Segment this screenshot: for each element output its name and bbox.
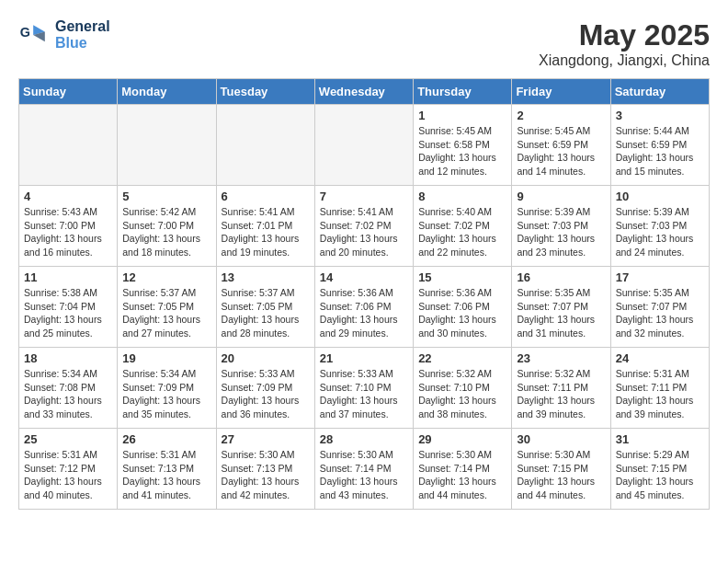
day-number: 18	[24, 351, 112, 365]
week-row-5: 25Sunrise: 5:31 AM Sunset: 7:12 PM Dayli…	[19, 429, 710, 510]
title-block: May 2025 Xiangdong, Jiangxi, China	[539, 18, 710, 69]
day-number: 27	[222, 432, 310, 446]
logo-blue: Blue	[55, 35, 87, 51]
calendar-cell: 15Sunrise: 5:36 AM Sunset: 7:06 PM Dayli…	[414, 267, 512, 348]
day-info: Sunrise: 5:45 AM Sunset: 6:59 PM Dayligh…	[517, 124, 605, 178]
day-number: 8	[418, 190, 506, 203]
calendar-cell: 29Sunrise: 5:30 AM Sunset: 7:14 PM Dayli…	[414, 429, 512, 510]
day-number: 29	[418, 432, 506, 446]
calendar-cell: 31Sunrise: 5:29 AM Sunset: 7:15 PM Dayli…	[610, 429, 709, 510]
calendar-cell: 14Sunrise: 5:36 AM Sunset: 7:06 PM Dayli…	[314, 267, 413, 348]
day-info: Sunrise: 5:36 AM Sunset: 7:06 PM Dayligh…	[320, 286, 408, 340]
day-number: 19	[122, 351, 210, 365]
day-info: Sunrise: 5:32 AM Sunset: 7:10 PM Dayligh…	[418, 367, 506, 421]
day-info: Sunrise: 5:39 AM Sunset: 7:03 PM Dayligh…	[517, 205, 605, 259]
month-year: May 2025	[539, 18, 710, 52]
day-info: Sunrise: 5:42 AM Sunset: 7:00 PM Dayligh…	[122, 205, 210, 259]
day-info: Sunrise: 5:43 AM Sunset: 7:00 PM Dayligh…	[24, 205, 112, 259]
calendar-cell: 16Sunrise: 5:35 AM Sunset: 7:07 PM Dayli…	[512, 267, 610, 348]
week-row-4: 18Sunrise: 5:34 AM Sunset: 7:08 PM Dayli…	[19, 348, 710, 429]
day-number: 11	[24, 270, 112, 284]
day-number: 3	[616, 109, 704, 122]
day-number: 24	[616, 351, 704, 365]
calendar-cell: 30Sunrise: 5:30 AM Sunset: 7:15 PM Dayli…	[512, 429, 610, 510]
day-number: 17	[616, 270, 704, 284]
calendar-cell: 2Sunrise: 5:45 AM Sunset: 6:59 PM Daylig…	[512, 105, 610, 186]
calendar-cell: 19Sunrise: 5:34 AM Sunset: 7:09 PM Dayli…	[118, 348, 216, 429]
day-info: Sunrise: 5:35 AM Sunset: 7:07 PM Dayligh…	[616, 286, 704, 340]
day-number: 5	[122, 190, 210, 203]
day-info: Sunrise: 5:30 AM Sunset: 7:14 PM Dayligh…	[418, 448, 506, 502]
weekday-header-wednesday: Wednesday	[314, 79, 413, 105]
day-number: 20	[222, 351, 310, 365]
day-info: Sunrise: 5:31 AM Sunset: 7:12 PM Dayligh…	[24, 448, 112, 502]
weekday-header-friday: Friday	[512, 79, 610, 105]
weekday-header-monday: Monday	[118, 79, 216, 105]
day-number: 31	[616, 432, 704, 446]
calendar-cell: 9Sunrise: 5:39 AM Sunset: 7:03 PM Daylig…	[512, 186, 610, 267]
calendar-table: SundayMondayTuesdayWednesdayThursdayFrid…	[18, 78, 710, 510]
logo-text-block: General Blue	[55, 18, 110, 51]
day-number: 13	[222, 270, 310, 284]
day-number: 4	[24, 190, 112, 203]
day-number: 30	[517, 432, 605, 446]
day-number: 12	[122, 270, 210, 284]
day-number: 16	[517, 270, 605, 284]
day-info: Sunrise: 5:31 AM Sunset: 7:11 PM Dayligh…	[616, 367, 704, 421]
weekday-header-row: SundayMondayTuesdayWednesdayThursdayFrid…	[19, 79, 710, 105]
logo-icon: G	[18, 18, 51, 52]
day-info: Sunrise: 5:30 AM Sunset: 7:15 PM Dayligh…	[517, 448, 605, 502]
day-info: Sunrise: 5:40 AM Sunset: 7:02 PM Dayligh…	[418, 205, 506, 259]
calendar-cell	[314, 105, 413, 186]
day-info: Sunrise: 5:41 AM Sunset: 7:01 PM Dayligh…	[222, 205, 310, 259]
calendar-cell: 28Sunrise: 5:30 AM Sunset: 7:14 PM Dayli…	[314, 429, 413, 510]
day-info: Sunrise: 5:37 AM Sunset: 7:05 PM Dayligh…	[122, 286, 210, 340]
day-number: 9	[517, 190, 605, 203]
day-info: Sunrise: 5:44 AM Sunset: 6:59 PM Dayligh…	[616, 124, 704, 178]
day-info: Sunrise: 5:33 AM Sunset: 7:10 PM Dayligh…	[320, 367, 408, 421]
day-number: 22	[418, 351, 506, 365]
day-number: 1	[418, 109, 506, 122]
calendar-cell: 5Sunrise: 5:42 AM Sunset: 7:00 PM Daylig…	[118, 186, 216, 267]
calendar-cell: 3Sunrise: 5:44 AM Sunset: 6:59 PM Daylig…	[610, 105, 709, 186]
calendar-cell: 17Sunrise: 5:35 AM Sunset: 7:07 PM Dayli…	[610, 267, 709, 348]
day-info: Sunrise: 5:34 AM Sunset: 7:08 PM Dayligh…	[24, 367, 112, 421]
calendar-cell: 27Sunrise: 5:30 AM Sunset: 7:13 PM Dayli…	[216, 429, 314, 510]
day-info: Sunrise: 5:30 AM Sunset: 7:13 PM Dayligh…	[222, 448, 310, 502]
location: Xiangdong, Jiangxi, China	[539, 52, 710, 69]
day-info: Sunrise: 5:32 AM Sunset: 7:11 PM Dayligh…	[517, 367, 605, 421]
calendar-cell	[216, 105, 314, 186]
week-row-1: 1Sunrise: 5:45 AM Sunset: 6:58 PM Daylig…	[19, 105, 710, 186]
calendar-cell: 12Sunrise: 5:37 AM Sunset: 7:05 PM Dayli…	[118, 267, 216, 348]
calendar-cell	[19, 105, 118, 186]
day-number: 14	[320, 270, 408, 284]
weekday-header-sunday: Sunday	[19, 79, 118, 105]
calendar-cell: 20Sunrise: 5:33 AM Sunset: 7:09 PM Dayli…	[216, 348, 314, 429]
day-number: 25	[24, 432, 112, 446]
calendar-cell: 7Sunrise: 5:41 AM Sunset: 7:02 PM Daylig…	[314, 186, 413, 267]
day-number: 10	[616, 190, 704, 203]
weekday-header-tuesday: Tuesday	[216, 79, 314, 105]
calendar-cell: 1Sunrise: 5:45 AM Sunset: 6:58 PM Daylig…	[414, 105, 512, 186]
calendar-cell: 8Sunrise: 5:40 AM Sunset: 7:02 PM Daylig…	[414, 186, 512, 267]
day-info: Sunrise: 5:37 AM Sunset: 7:05 PM Dayligh…	[222, 286, 310, 340]
day-info: Sunrise: 5:35 AM Sunset: 7:07 PM Dayligh…	[517, 286, 605, 340]
svg-text:G: G	[20, 25, 30, 40]
day-info: Sunrise: 5:36 AM Sunset: 7:06 PM Dayligh…	[418, 286, 506, 340]
day-number: 6	[222, 190, 310, 203]
day-info: Sunrise: 5:41 AM Sunset: 7:02 PM Dayligh…	[320, 205, 408, 259]
day-info: Sunrise: 5:31 AM Sunset: 7:13 PM Dayligh…	[122, 448, 210, 502]
day-info: Sunrise: 5:39 AM Sunset: 7:03 PM Dayligh…	[616, 205, 704, 259]
day-number: 7	[320, 190, 408, 203]
day-info: Sunrise: 5:30 AM Sunset: 7:14 PM Dayligh…	[320, 448, 408, 502]
calendar-cell: 6Sunrise: 5:41 AM Sunset: 7:01 PM Daylig…	[216, 186, 314, 267]
calendar-cell: 18Sunrise: 5:34 AM Sunset: 7:08 PM Dayli…	[19, 348, 118, 429]
day-info: Sunrise: 5:33 AM Sunset: 7:09 PM Dayligh…	[222, 367, 310, 421]
day-number: 2	[517, 109, 605, 122]
calendar-cell: 22Sunrise: 5:32 AM Sunset: 7:10 PM Dayli…	[414, 348, 512, 429]
day-number: 26	[122, 432, 210, 446]
day-number: 15	[418, 270, 506, 284]
day-number: 23	[517, 351, 605, 365]
calendar-cell	[118, 105, 216, 186]
calendar-cell: 25Sunrise: 5:31 AM Sunset: 7:12 PM Dayli…	[19, 429, 118, 510]
